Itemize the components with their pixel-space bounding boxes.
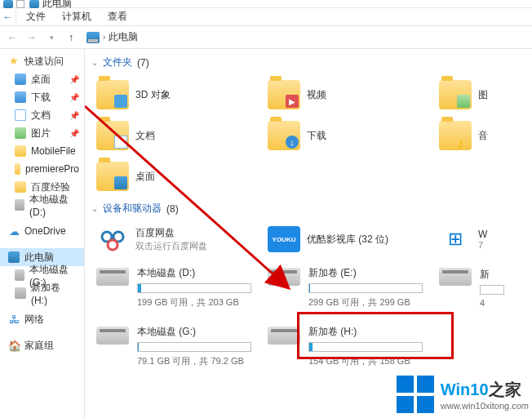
sidebar-label: 图片 <box>31 127 51 140</box>
drive-label: 新加卷 (E:) <box>308 266 429 280</box>
folder-label: 文档 <box>135 129 155 143</box>
folder-label: 音 <box>478 129 488 143</box>
drive-usage-bar <box>137 342 251 352</box>
thispc-icon <box>29 0 39 8</box>
drive-partial[interactable]: 新 4 <box>434 258 524 317</box>
drive-d[interactable]: 本地磁盘 (D:) 199 GB 可用，共 203 GB <box>91 258 263 317</box>
menu-computer[interactable]: 计算机 <box>54 8 100 25</box>
section-folders-header[interactable]: ⌄ 文件夹 (7) <box>91 54 532 74</box>
sidebar-label: 快速访问 <box>24 55 64 69</box>
drive-icon <box>15 287 26 299</box>
sidebar-label: 文档 <box>31 109 51 122</box>
sidebar-label: 桌面 <box>31 73 51 87</box>
sidebar-item-premierepro[interactable]: premierePro <box>0 160 84 178</box>
drive-free-text: 4 <box>480 298 519 308</box>
breadcrumb-root[interactable]: 此电脑 <box>109 30 138 44</box>
drive-usage-bar <box>308 283 423 293</box>
drive-e[interactable]: 新加卷 (E:) 299 GB 可用，共 299 GB <box>263 258 434 317</box>
chevron-down-icon: ⌄ <box>91 204 98 213</box>
svg-rect-5 <box>417 376 434 393</box>
nav-back-button[interactable]: ← <box>3 29 21 47</box>
drive-usage-bar <box>137 283 251 293</box>
window-icon <box>3 0 13 8</box>
folder-label: 图 <box>478 88 488 102</box>
drive-free-text: 154 GB 可用，共 158 GB <box>308 355 429 367</box>
menu-file[interactable]: 文件 <box>18 8 54 25</box>
drive-icon <box>15 269 24 281</box>
sidebar-item-documents[interactable]: 文档📌 <box>0 106 84 124</box>
windows-logo-icon <box>397 376 434 413</box>
folder-icon <box>96 162 129 191</box>
main-pane: ⌄ 文件夹 (7) 3D 对象 ▶视频 图 文档 ↓下载 ♪音 桌面 ⌄ 设备和… <box>85 49 532 418</box>
folder-label: 桌面 <box>135 170 155 184</box>
document-icon <box>114 136 127 149</box>
folder-icon: ↓ <box>268 121 300 150</box>
nav-up-button[interactable]: ↑ <box>62 29 80 47</box>
section-title: 文件夹 <box>103 56 132 69</box>
pin-icon: 📌 <box>69 111 79 120</box>
sidebar-network[interactable]: 🖧网络 <box>0 310 84 328</box>
download-icon: ↓ <box>286 136 299 149</box>
folder-icon <box>96 80 129 109</box>
drive-icon <box>96 327 129 345</box>
watermark: Win10之家 www.win10xitong.com <box>397 376 529 413</box>
folder-documents[interactable]: 文档 <box>91 115 263 156</box>
svg-rect-6 <box>397 396 414 413</box>
music-icon: ♪ <box>457 136 470 149</box>
folder-music[interactable]: ♪音 <box>434 115 524 156</box>
sidebar-label: 下载 <box>31 91 51 104</box>
app-youku[interactable]: YOUKU 优酷影视库 (32 位) <box>263 220 434 258</box>
folder-pictures[interactable]: 图 <box>434 74 524 115</box>
sidebar-item-drive-d[interactable]: 本地磁盘 (D:) <box>0 196 84 214</box>
sidebar-label: premierePro <box>25 163 79 175</box>
desktop-icon <box>114 176 127 189</box>
section-drives-header[interactable]: ⌄ 设备和驱动器 (8) <box>91 200 532 220</box>
sidebar-item-desktop[interactable]: 桌面📌 <box>0 70 84 88</box>
folder-label: 3D 对象 <box>135 88 171 102</box>
folder-3dobjects[interactable]: 3D 对象 <box>91 74 263 115</box>
pin-icon: 📌 <box>69 93 79 102</box>
folder-desktop[interactable]: 桌面 <box>91 156 263 197</box>
chevron-down-icon: ⌄ <box>91 58 98 67</box>
app-wps[interactable]: ⊞ W7 <box>434 220 524 258</box>
breadcrumb[interactable]: › 此电脑 <box>82 29 143 46</box>
sidebar-item-drive-h[interactable]: 新加卷 (H:) <box>0 284 84 302</box>
sidebar-item-pictures[interactable]: 图片📌 <box>0 124 84 142</box>
app-label: 百度网盘 <box>135 226 207 240</box>
drive-icon <box>268 268 300 286</box>
section-title: 设备和驱动器 <box>103 202 162 216</box>
folder-icon <box>15 145 26 157</box>
app-subtitle: 双击运行百度网盘 <box>135 240 207 252</box>
drive-g[interactable]: 本地磁盘 (G:) 79.1 GB 可用，共 79.2 GB <box>91 317 263 376</box>
svg-point-2 <box>108 240 117 250</box>
sidebar-onedrive[interactable]: ☁OneDrive <box>0 222 84 240</box>
desktop-icon <box>15 73 26 85</box>
picture-icon <box>15 127 26 139</box>
pin-icon: 📌 <box>69 75 79 84</box>
back-arrow-icon[interactable]: ← <box>0 10 16 24</box>
menu-view[interactable]: 查看 <box>100 8 135 25</box>
folder-downloads[interactable]: ↓下载 <box>263 115 434 156</box>
cloud-icon: ☁ <box>8 225 20 237</box>
youku-icon: YOUKU <box>268 226 300 252</box>
sidebar-item-mobilefile[interactable]: MobileFile <box>0 142 84 160</box>
titlebar: 此电脑 <box>0 0 532 8</box>
sidebar-item-downloads[interactable]: 下载📌 <box>0 88 84 106</box>
sidebar-quick-access[interactable]: ★ 快速访问 <box>0 52 84 70</box>
app-label: 优酷影视库 (32 位) <box>307 233 388 247</box>
nav-recent-button[interactable]: ▾ <box>42 29 60 47</box>
folder-videos[interactable]: ▶视频 <box>263 74 434 115</box>
watermark-title: Win10之家 <box>441 379 529 401</box>
addressbar: ← → ▾ ↑ › 此电脑 <box>0 26 532 49</box>
baidu-icon <box>96 225 129 254</box>
drives-grid: 百度网盘双击运行百度网盘 YOUKU 优酷影视库 (32 位) ⊞ W7 本地磁… <box>91 220 532 376</box>
drive-icon <box>439 268 472 286</box>
folder-icon: ♪ <box>439 121 472 150</box>
drive-h[interactable]: 新加卷 (H:) 154 GB 可用，共 158 GB <box>263 317 434 376</box>
app-baidupan[interactable]: 百度网盘双击运行百度网盘 <box>91 220 263 258</box>
drive-label: 本地磁盘 (G:) <box>137 325 258 339</box>
sidebar-homegroup[interactable]: 🏠家庭组 <box>0 336 84 354</box>
document-icon <box>15 109 26 121</box>
picture-icon <box>457 95 470 108</box>
drive-label: 新 <box>480 268 519 282</box>
